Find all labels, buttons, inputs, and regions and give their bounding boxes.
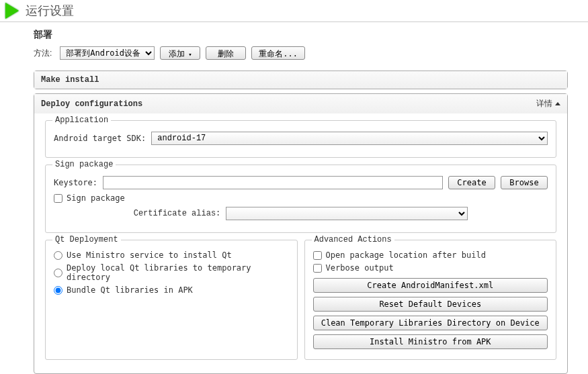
- content-area: 部署 方法: 部署到Android设备 添加 删除 重命名... Make in…: [0, 22, 588, 374]
- make-install-title: Make install: [41, 75, 99, 85]
- deploy-config-body: Application Android target SDK: android-…: [34, 113, 567, 373]
- keystore-label: Keystore:: [54, 178, 97, 187]
- deploy-config-header: Deploy configurations 详情: [34, 94, 567, 113]
- deploy-section-title: 部署: [34, 29, 568, 41]
- method-select[interactable]: 部署到Android设备: [60, 46, 155, 60]
- method-label: 方法:: [34, 48, 52, 59]
- sign-package-checkbox[interactable]: [54, 194, 62, 203]
- browse-keystore-button[interactable]: Browse: [501, 176, 548, 189]
- reset-devices-button[interactable]: Reset Default Devices: [313, 297, 548, 312]
- add-button[interactable]: 添加: [160, 46, 200, 60]
- create-keystore-button[interactable]: Create: [448, 176, 495, 189]
- deploy-config-panel: Deploy configurations 详情 Application And…: [34, 93, 568, 374]
- target-sdk-select[interactable]: android-17: [151, 132, 548, 145]
- cert-alias-label: Certificate alias:: [134, 209, 221, 218]
- application-legend: Application: [52, 115, 111, 125]
- sign-package-legend: Sign package: [52, 160, 116, 169]
- keystore-input[interactable]: [103, 176, 443, 189]
- chevron-up-icon: [555, 102, 560, 105]
- advanced-legend: Advanced Actions: [312, 235, 394, 244]
- sign-package-checkbox-label: Sign package: [67, 193, 125, 203]
- application-fieldset: Application Android target SDK: android-…: [45, 120, 556, 158]
- deploy-config-title: Deploy configurations: [41, 99, 142, 109]
- verbose-label: Verbose output: [326, 263, 394, 273]
- make-install-panel: Make install: [34, 71, 568, 89]
- radio-bundle[interactable]: [54, 286, 62, 295]
- open-package-checkbox[interactable]: [313, 251, 322, 260]
- advanced-actions-fieldset: Advanced Actions Open package location a…: [304, 240, 557, 360]
- install-ministro-button[interactable]: Install Ministro from APK: [313, 334, 548, 349]
- details-toggle[interactable]: 详情: [536, 98, 560, 109]
- run-icon: [5, 3, 19, 19]
- target-sdk-label: Android target SDK:: [54, 134, 146, 143]
- method-row: 方法: 部署到Android设备 添加 删除 重命名...: [34, 46, 568, 60]
- verbose-checkbox[interactable]: [313, 264, 322, 273]
- radio-ministro[interactable]: [54, 251, 62, 260]
- radio-ministro-label: Use Ministro service to install Qt: [67, 250, 232, 260]
- open-package-label: Open package location after build: [326, 250, 486, 260]
- radio-local-label: Deploy local Qt libraries to temporary d…: [67, 263, 289, 282]
- cert-alias-select[interactable]: [226, 207, 468, 220]
- details-label: 详情: [536, 98, 552, 109]
- radio-local[interactable]: [54, 269, 62, 277]
- page-header: 运行设置: [0, 0, 588, 22]
- delete-button[interactable]: 删除: [206, 46, 246, 60]
- rename-button[interactable]: 重命名...: [251, 46, 305, 60]
- clean-libs-button[interactable]: Clean Temporary Libraries Directory on D…: [313, 316, 548, 330]
- sign-package-fieldset: Sign package Keystore: Create Browse Sig…: [45, 165, 556, 233]
- create-manifest-button[interactable]: Create AndroidManifest.xml: [313, 278, 548, 293]
- qt-deployment-fieldset: Qt Deployment Use Ministro service to in…: [45, 240, 298, 360]
- qt-deployment-legend: Qt Deployment: [52, 235, 121, 244]
- page-title: 运行设置: [26, 3, 74, 19]
- make-install-header[interactable]: Make install: [34, 71, 567, 89]
- radio-bundle-label: Bundle Qt libraries in APK: [67, 285, 193, 295]
